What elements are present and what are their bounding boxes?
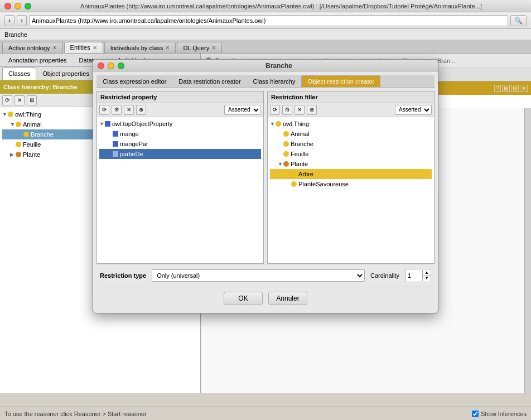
rp-asserted-select[interactable]: Asserted	[224, 105, 261, 115]
rf-tree-owlthing[interactable]: ▼ owl:Thing	[270, 119, 432, 129]
address-input[interactable]	[29, 15, 508, 26]
tab-active-ontology[interactable]: Active ontology ✕	[2, 42, 63, 53]
rf-tool-1[interactable]: ⟳	[270, 105, 280, 115]
maximize-btn[interactable]	[25, 3, 31, 9]
cardinality-input[interactable]	[406, 269, 422, 282]
restriction-filler-tools: ⟳ ⟰ ✕ ⊕ Asserted	[268, 103, 434, 117]
breadcrumb: Branche	[0, 29, 531, 40]
restriction-filler-col: Restriction filler ⟳ ⟰ ✕ ⊕ Asserted ▼	[267, 91, 435, 264]
cardinality-stepper[interactable]: ▲ ▼	[422, 270, 431, 281]
tab-dl-query[interactable]: DL Query ✕	[177, 42, 222, 53]
window-controls[interactable]	[4, 3, 31, 9]
rf-tree-plante[interactable]: ▼ Plante	[270, 159, 432, 169]
property-icon	[113, 141, 118, 147]
rp-tree-mangepar[interactable]: mangePar	[99, 139, 261, 149]
rf-tool-3[interactable]: ✕	[295, 105, 305, 115]
modal-min-btn[interactable]	[108, 62, 114, 69]
class-icon	[276, 121, 281, 127]
cancel-button[interactable]: Annuler	[268, 292, 307, 305]
class-icon	[16, 122, 21, 127]
cardinality-up[interactable]: ▲	[423, 270, 431, 276]
modal-footer: OK Annuler	[96, 287, 435, 310]
tool-btn-3[interactable]: ⊞	[27, 95, 37, 105]
tab-close-icon[interactable]: ✕	[93, 45, 97, 51]
rp-tree-topobj[interactable]: ▼ owl:topObjectProperty	[99, 119, 261, 129]
restriction-type-label: Restriction type	[100, 272, 146, 279]
restriction-filler-tree: ▼ owl:Thing Animal Branche	[268, 117, 434, 263]
modal-columns: Restricted property ⟳ ⟰ ✕ ⊕ Asserted ▼	[96, 91, 435, 264]
search-button[interactable]: 🔍	[510, 15, 527, 26]
class-icon	[283, 161, 289, 167]
forward-button[interactable]: ›	[17, 15, 27, 26]
show-inferences-label: Show Inferences	[481, 411, 527, 417]
rp-tool-4[interactable]: ⊕	[136, 105, 146, 115]
branche-modal: Branche Class expression editor Data res…	[93, 59, 438, 313]
class-icon	[16, 152, 21, 157]
tab-close-icon[interactable]: ✕	[52, 45, 57, 51]
status-right: Show Inferences	[472, 411, 527, 417]
minimize-btn[interactable]	[15, 3, 21, 9]
rf-tool-4[interactable]: ⊕	[307, 105, 317, 115]
rf-tool-2[interactable]: ⟰	[282, 105, 292, 115]
annotations-collapse-icon[interactable]: ⊟	[511, 85, 519, 92]
class-icon	[291, 171, 297, 177]
rf-tree-arbre[interactable]: Arbre	[270, 169, 432, 179]
annotations-help-icon[interactable]: ?	[494, 85, 501, 92]
modal-title: Branche	[124, 62, 433, 70]
annotations-expand-icon[interactable]: ⊞	[502, 85, 510, 92]
restricted-property-header: Restricted property	[97, 91, 263, 103]
class-icon	[283, 131, 289, 137]
tab-annotation-properties[interactable]: Annotation properties	[2, 54, 73, 66]
modal-max-btn[interactable]	[118, 62, 124, 69]
cardinality-label: Cardinality	[370, 272, 399, 279]
restricted-property-col: Restricted property ⟳ ⟰ ✕ ⊕ Asserted ▼	[96, 91, 264, 264]
rf-tree-feuille[interactable]: Feuille	[270, 149, 432, 159]
modal-body: Class expression editor Data restriction…	[93, 72, 438, 313]
tab-classes[interactable]: Classes	[2, 67, 36, 80]
restricted-property-tree: ▼ owl:topObjectProperty mange	[97, 117, 263, 263]
status-text: To use the reasoner click Reasoner > Sta…	[4, 411, 147, 417]
tab-close-icon[interactable]: ✕	[165, 45, 170, 51]
rp-tool-1[interactable]: ⟳	[99, 105, 109, 115]
modal-titlebar: Branche	[93, 60, 438, 72]
restriction-type-select[interactable]: Only (universal) Some (existential) Has …	[152, 269, 365, 282]
tool-btn-1[interactable]: ⟳	[2, 95, 12, 105]
modal-controls[interactable]	[98, 62, 124, 69]
cardinality-down[interactable]: ▼	[423, 276, 431, 281]
back-button[interactable]: ‹	[4, 15, 15, 26]
property-icon	[105, 121, 110, 127]
modal-close-btn[interactable]	[98, 62, 104, 69]
scrollbar[interactable]	[524, 108, 531, 393]
tool-btn-2[interactable]: ✕	[15, 95, 25, 105]
rf-tree-plantesavoureuse[interactable]: PlanteSavoureuse	[270, 179, 432, 189]
status-bar: To use the reasoner click Reasoner > Sta…	[0, 407, 531, 420]
modal-tab-class-hierarchy[interactable]: Class hierarchy	[247, 75, 302, 87]
rf-asserted-select[interactable]: Asserted	[395, 105, 432, 115]
tab-object-properties[interactable]: Object properties	[36, 67, 95, 80]
modal-tab-data-restriction[interactable]: Data restriction creator	[172, 75, 247, 87]
restricted-property-tools: ⟳ ⟰ ✕ ⊕ Asserted	[97, 103, 263, 117]
annotations-close-icon[interactable]: ✕	[520, 85, 528, 92]
class-icon	[16, 142, 21, 147]
breadcrumb-text: Branche	[4, 31, 27, 38]
tab-close-icon[interactable]: ✕	[211, 45, 216, 51]
modal-tab-class-expression[interactable]: Class expression editor	[96, 75, 172, 87]
tab-bar: Active ontology ✕ Entities ✕ Individuals…	[0, 40, 531, 54]
rf-tree-branche[interactable]: Branche	[270, 139, 432, 149]
tab-entities[interactable]: Entities ✕	[64, 42, 103, 53]
rp-tree-mange[interactable]: mange	[99, 129, 261, 139]
rp-tool-2[interactable]: ⟰	[112, 105, 122, 115]
tab-individuals-by-class[interactable]: Individuals by class ✕	[104, 42, 176, 53]
modal-tab-object-restriction[interactable]: Object restriction creator	[301, 75, 380, 87]
ok-button[interactable]: OK	[224, 292, 263, 305]
rp-tree-partiede[interactable]: partieDe	[99, 149, 261, 159]
window-title: AnimauxPlantes (http://www.iro.umontreal…	[36, 3, 527, 9]
show-inferences-checkbox[interactable]	[472, 411, 479, 417]
rf-tree-animal[interactable]: Animal	[270, 129, 432, 139]
close-btn[interactable]	[4, 3, 11, 9]
modal-tab-bar: Class expression editor Data restriction…	[96, 75, 435, 88]
expand-arrow: ▼	[10, 122, 16, 127]
property-icon	[113, 131, 118, 137]
rp-tool-3[interactable]: ✕	[124, 105, 134, 115]
class-icon	[283, 151, 289, 157]
